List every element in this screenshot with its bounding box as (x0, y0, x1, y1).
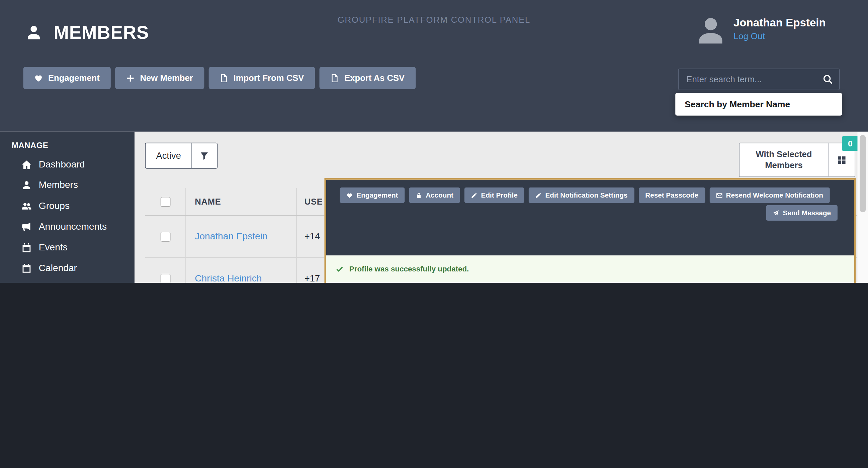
sidebar-item-label: Members (39, 180, 78, 191)
with-selected-members-button[interactable]: With Selected Members 0 (739, 143, 855, 177)
plus-icon (126, 74, 134, 82)
sidebar-item-members[interactable]: Members (0, 175, 134, 196)
heart-icon (347, 192, 353, 198)
button-label: Engagement (356, 191, 398, 199)
sidebar-item-communication[interactable]: Communication (0, 279, 134, 283)
header-action-bar: Engagement New Member Import From CSV Ex… (23, 67, 415, 89)
search-box (678, 69, 840, 90)
edit-notification-settings-button[interactable]: Edit Notification Settings (529, 188, 634, 203)
paper-plane-icon (773, 210, 779, 216)
resend-welcome-notification-button[interactable]: Resend Welcome Notification (709, 188, 830, 203)
button-label: Reset Passcode (645, 191, 699, 199)
user-meta: Jonathan Epstein Log Out (734, 15, 826, 41)
heart-icon (34, 74, 43, 82)
sidebar-item-dashboard[interactable]: Dashboard (0, 155, 134, 175)
pencil-icon (471, 192, 477, 198)
new-member-button[interactable]: New Member (115, 67, 204, 89)
import-csv-button[interactable]: Import From CSV (209, 67, 315, 89)
status-filter-value: Active (146, 143, 191, 168)
member-name-link[interactable]: Christa Heinrich (195, 273, 262, 283)
button-label: Import From CSV (234, 73, 304, 83)
page-title: MEMBERS (54, 22, 149, 43)
button-label: Engagement (48, 73, 100, 83)
sidebar-item-label: Dashboard (39, 159, 85, 170)
lock-icon (415, 192, 422, 198)
file-icon (331, 74, 339, 82)
megaphone-icon (21, 222, 32, 232)
user-block: Jonathan Epstein Log Out (696, 15, 826, 44)
logout-link[interactable]: Log Out (734, 31, 826, 41)
user-avatar (696, 15, 725, 44)
engagement-button[interactable]: Engagement (23, 67, 111, 89)
reset-passcode-button[interactable]: Reset Passcode (639, 188, 705, 203)
user-icon (21, 180, 32, 191)
top-header: MEMBERS GROUPFIRE PLATFORM CONTROL PANEL… (0, 0, 868, 132)
members-person-icon (25, 24, 42, 41)
filter-icon (192, 143, 217, 168)
member-panel-toolbar: Engagement Account Edit Profile Edit Not… (326, 180, 854, 256)
sidebar: MANAGE Dashboard Members Groups Announce… (0, 132, 134, 283)
search-input[interactable] (679, 74, 823, 85)
member-name-link[interactable]: Jonathan Epstein (195, 231, 267, 242)
user-name: Jonathan Epstein (734, 17, 826, 29)
row-checkbox[interactable] (160, 231, 170, 241)
panel-engagement-button[interactable]: Engagement (340, 188, 405, 203)
panel-account-button[interactable]: Account (409, 188, 460, 203)
button-label: Edit Profile (481, 191, 518, 199)
scrollbar-track[interactable] (858, 132, 868, 283)
button-label: Account (426, 191, 454, 199)
status-filter-dropdown[interactable]: Active (145, 143, 217, 169)
search-icon[interactable] (823, 74, 833, 85)
page-title-wrap: MEMBERS (25, 22, 149, 43)
calendar-icon (21, 243, 32, 253)
send-message-button[interactable]: Send Message (766, 205, 838, 221)
member-detail-panel: Engagement Account Edit Profile Edit Not… (324, 178, 856, 283)
search-dropdown-option[interactable]: Search by Member Name (675, 93, 842, 116)
button-label: Send Message (783, 209, 831, 216)
pencil-icon (535, 192, 541, 198)
select-all-checkbox[interactable] (160, 197, 170, 207)
scrollbar-thumb[interactable] (860, 135, 866, 212)
with-selected-label: With Selected Members (740, 143, 828, 176)
sidebar-item-calendar[interactable]: Calendar (0, 258, 134, 279)
edit-profile-button[interactable]: Edit Profile (464, 188, 524, 203)
button-label: Export As CSV (344, 73, 405, 83)
home-icon (21, 160, 32, 170)
row-checkbox[interactable] (160, 273, 170, 283)
sidebar-item-label: Announcements (39, 221, 107, 232)
button-label: Resend Welcome Notification (726, 191, 823, 199)
sidebar-item-events[interactable]: Events (0, 237, 134, 258)
success-alert: Profile was successfully updated. (326, 256, 854, 282)
column-header-name[interactable]: NAME (186, 188, 297, 215)
calendar-icon (21, 263, 32, 273)
sidebar-item-announcements[interactable]: Announcements (0, 216, 134, 237)
sidebar-item-label: Calendar (39, 263, 77, 274)
users-icon (21, 201, 32, 211)
button-label: Edit Notification Settings (545, 191, 627, 199)
envelope-icon (716, 192, 722, 198)
selected-count-badge: 0 (842, 136, 859, 151)
sidebar-item-groups[interactable]: Groups (0, 196, 134, 216)
sidebar-section-manage: MANAGE (0, 132, 134, 155)
button-label: New Member (140, 73, 193, 83)
app-viewport: MEMBERS GROUPFIRE PLATFORM CONTROL PANEL… (0, 0, 868, 283)
sidebar-item-label: Groups (39, 201, 70, 211)
file-icon (219, 74, 228, 82)
sidebar-item-label: Events (39, 242, 68, 253)
alert-text: Profile was successfully updated. (349, 265, 469, 273)
export-csv-button[interactable]: Export As CSV (319, 67, 416, 89)
check-icon (336, 265, 343, 272)
